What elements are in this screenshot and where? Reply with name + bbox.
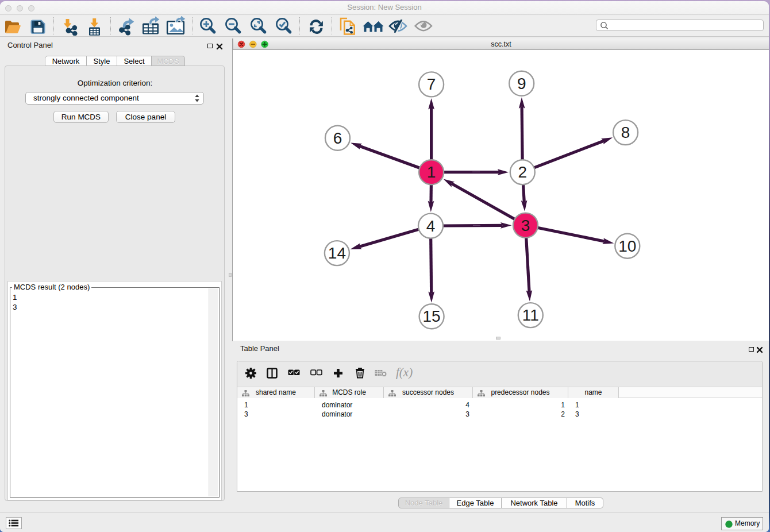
svg-text:11: 11	[522, 306, 539, 324]
svg-text:9: 9	[517, 75, 526, 92]
svg-text:4: 4	[426, 217, 436, 235]
svg-text:6: 6	[333, 129, 342, 147]
svg-text:8: 8	[621, 124, 630, 141]
svg-text:10: 10	[618, 237, 636, 255]
svg-text:3: 3	[521, 217, 530, 234]
svg-text:2: 2	[518, 163, 528, 181]
svg-text:15: 15	[423, 307, 441, 325]
svg-text:14: 14	[328, 244, 346, 262]
svg-text:1: 1	[427, 163, 436, 181]
svg-text:7: 7	[427, 75, 436, 93]
